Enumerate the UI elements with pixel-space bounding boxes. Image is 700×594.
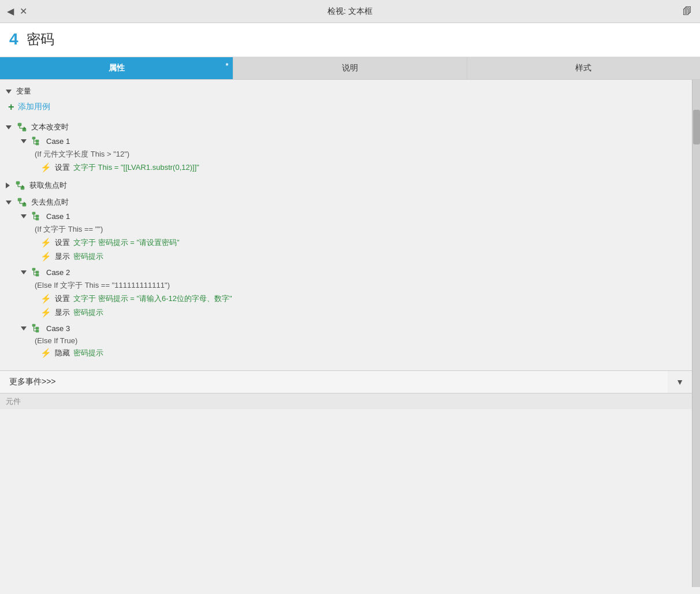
svg-rect-16 <box>18 198 21 201</box>
case-label-tc1: Case 1 <box>46 137 70 146</box>
arrow-down-blur1 <box>21 214 27 218</box>
event-label-focus: 获取焦点时 <box>29 180 67 191</box>
condition-blur3: (Else If True) <box>0 335 692 346</box>
back-icon[interactable]: ◀ <box>7 6 14 17</box>
add-link-text[interactable]: 添加用例 <box>18 102 50 112</box>
more-events-button[interactable]: 更多事件>>> <box>0 371 668 393</box>
branch-icon-blur1 <box>31 211 43 221</box>
bolt-blur1-1: ⚡ <box>40 237 51 248</box>
scrollbar[interactable] <box>692 80 700 587</box>
svg-rect-27 <box>32 268 35 270</box>
case-label-blur2: Case 2 <box>46 268 70 277</box>
action-row-blur1-1: ⚡ 设置 文字于 密码提示 = "请设置密码" <box>0 236 692 250</box>
event-group-blur: 失去焦点时 Case 1 (If 文字于 This == " <box>0 194 692 361</box>
arrow-right-focus <box>6 183 10 188</box>
event-group-text-change: 文本改变时 Case 1 (If 元件文字长度 This > <box>0 119 692 176</box>
svg-rect-21 <box>32 212 35 214</box>
event-label-text-change: 文本改变时 <box>31 122 69 132</box>
svg-rect-11 <box>16 181 20 184</box>
tabs-bar: 属性 * 说明 样式 <box>0 57 700 80</box>
branch-icon-blur2 <box>31 267 43 277</box>
header-title: 密码 <box>27 30 54 49</box>
event-label-blur: 失去焦点时 <box>31 197 69 207</box>
condition-blur2: (Else If 文字于 This == "111111111111") <box>0 279 692 292</box>
svg-rect-22 <box>36 215 39 217</box>
action-row-blur1-2: ⚡ 显示 密码提示 <box>0 250 692 263</box>
arrow-down-icon <box>6 90 12 94</box>
action-row-blur2-2: ⚡ 显示 密码提示 <box>0 306 692 320</box>
arrow-down-blur <box>6 201 12 205</box>
event-icon-text-change <box>16 122 28 132</box>
add-link-row[interactable]: + 添加用例 <box>0 98 692 119</box>
condition-blur1: (If 文字于 This == "") <box>0 223 692 236</box>
arrow-down-event1 <box>6 125 12 129</box>
action-row-blur2-1: ⚡ 设置 文字于 密码提示 = "请输入6-12位的字母、数字" <box>0 292 692 306</box>
add-plus-icon: + <box>8 102 14 112</box>
header-number: 4 <box>9 30 18 49</box>
header-area: 4 密码 <box>0 23 700 57</box>
svg-rect-23 <box>36 218 39 220</box>
event-row-text-change[interactable]: 文本改变时 <box>0 120 692 134</box>
case-label-blur1: Case 1 <box>46 212 70 221</box>
bolt-blur2-2: ⚡ <box>40 307 51 318</box>
tab-properties[interactable]: 属性 * <box>0 57 233 79</box>
section-header-variables[interactable]: 变量 <box>0 84 692 98</box>
case-row-blur2[interactable]: Case 2 <box>0 263 692 279</box>
bolt-blur1-2: ⚡ <box>40 251 51 262</box>
event-icon-focus <box>14 180 26 191</box>
dropdown-arrow-icon: ▼ <box>668 372 692 392</box>
footer-bar: 更多事件>>> ▼ <box>0 370 692 393</box>
arrow-down-tc1 <box>21 139 27 143</box>
branch-icon-tc1 <box>31 136 43 146</box>
event-icon-blur <box>16 197 28 207</box>
svg-rect-28 <box>36 271 39 273</box>
title-bar: ◀ ✕ 检视: 文本框 🗐 <box>0 0 700 23</box>
action-row-tc1-1: ⚡ 设置 文字于 This = "[[LVAR1.substr(0,12)]]" <box>0 161 692 175</box>
tab-style[interactable]: 样式 <box>467 57 700 79</box>
case-row-blur3[interactable]: Case 3 <box>0 320 692 335</box>
event-group-focus: 获取焦点时 <box>0 176 692 194</box>
condition-tc1: (If 元件文字长度 This > "12") <box>0 148 692 161</box>
svg-rect-29 <box>36 274 39 276</box>
bolt-icon-tc1-1: ⚡ <box>40 162 51 173</box>
action-row-blur3-1: ⚡ 隐藏 密码提示 <box>0 346 692 360</box>
title-bar-title: 检视: 文本框 <box>327 6 373 17</box>
svg-rect-33 <box>32 324 35 326</box>
arrow-down-blur3 <box>21 326 27 331</box>
scrollbar-thumb[interactable] <box>693 110 700 144</box>
svg-rect-0 <box>18 123 21 126</box>
svg-rect-6 <box>36 140 39 142</box>
main-content: 变量 + 添加用例 文本改变时 <box>0 80 700 587</box>
branch-icon-blur3 <box>31 323 43 333</box>
doc-icon[interactable]: 🗐 <box>683 6 692 17</box>
arrow-down-blur2 <box>21 270 27 274</box>
close-icon[interactable]: ✕ <box>20 6 27 17</box>
section-label-variables: 变量 <box>16 86 31 96</box>
svg-rect-5 <box>32 137 35 139</box>
event-row-focus[interactable]: 获取焦点时 <box>0 177 692 192</box>
asterisk-badge: * <box>226 62 229 70</box>
bolt-blur3-1: ⚡ <box>40 348 51 358</box>
event-row-blur[interactable]: 失去焦点时 <box>0 195 692 209</box>
bottom-hint: 元件 <box>6 396 21 407</box>
case-label-blur3: Case 3 <box>46 324 70 333</box>
svg-rect-7 <box>36 143 39 145</box>
title-bar-controls: ◀ ✕ <box>7 6 27 17</box>
svg-rect-34 <box>36 327 39 329</box>
tab-description[interactable]: 说明 <box>233 57 467 79</box>
content-area: 变量 + 添加用例 文本改变时 <box>0 80 692 587</box>
case-row-tc1[interactable]: Case 1 <box>0 134 692 148</box>
svg-rect-35 <box>36 330 39 332</box>
bolt-blur2-1: ⚡ <box>40 294 51 304</box>
case-row-blur1[interactable]: Case 1 <box>0 209 692 223</box>
